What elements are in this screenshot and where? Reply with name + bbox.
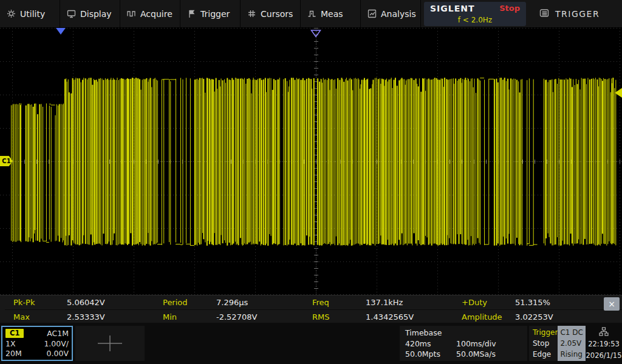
empty-channel-slot[interactable] <box>75 326 145 361</box>
trigger-delay-marker[interactable] <box>310 29 321 40</box>
trigger-level: 2.05V <box>560 339 586 348</box>
timebase-box[interactable]: Timebase 420ms 100ms/div 50.0Mpts 50.0MS… <box>400 326 527 361</box>
meas-icon <box>307 9 316 18</box>
close-measurements-button[interactable]: × <box>604 297 620 311</box>
measurement-value: 7.296µs <box>216 298 248 307</box>
measurement-pkpk: Pk-Pk 5.06042V <box>5 298 154 307</box>
menu-item-trigger-panel[interactable]: TRIGGER <box>526 0 622 27</box>
trigger-level-marker[interactable] <box>615 88 622 98</box>
menu-item-label: Utility <box>20 9 45 19</box>
menu-item-label: Acquire <box>140 9 173 19</box>
trigger-box[interactable]: Trigger Stop Edge C1 DC 2.05V Rising <box>529 326 586 361</box>
menu-item-display[interactable]: Display <box>60 0 120 27</box>
cursors-icon <box>247 9 256 18</box>
trigger-source: C1 DC <box>560 328 586 337</box>
measurement-amplitude: Amplitude 3.02253V <box>453 312 603 322</box>
menu-item-label: Analysis <box>381 9 416 19</box>
channel1-box[interactable]: C1 AC1M 1X 1.00V/ 20M 0.00V <box>1 326 73 361</box>
acquisition-status: Stop <box>499 4 520 13</box>
trigger-status: Stop <box>533 339 558 348</box>
menu-item-label: Meas <box>321 9 343 19</box>
measurement-min: Min -2.52708V <box>154 312 304 322</box>
channel1-coupling: AC1M <box>47 329 69 338</box>
measurement-label: Freq <box>312 298 366 307</box>
clock-box: 22:19:53 2026/1/15 <box>587 326 621 361</box>
measurement-max: Max 2.53333V <box>5 312 154 322</box>
menu-item-analysis[interactable]: Analysis <box>361 0 421 27</box>
menu-item-label: Display <box>80 9 112 19</box>
menu-bar: Utility Display Acquire Trigger Cursors <box>0 0 622 28</box>
brand-logo: SIGLENT <box>430 4 475 13</box>
menu-item-utility[interactable]: Utility <box>0 0 60 27</box>
trigger-position-marker[interactable] <box>56 28 66 35</box>
channel1-offset: 0.00V <box>47 349 69 358</box>
channel1-probe: 1X <box>5 339 16 348</box>
menu-item-meas[interactable]: Meas <box>301 0 361 27</box>
measurement-label: Min <box>163 312 216 322</box>
menu-item-cursors[interactable]: Cursors <box>241 0 301 27</box>
gear-icon <box>7 9 16 18</box>
plus-crosshair-icon <box>97 334 123 352</box>
measurement-label: RMS <box>312 312 366 322</box>
measurement-label: Amplitude <box>462 312 515 322</box>
timebase-samplerate: 50.0MSa/s <box>456 349 496 359</box>
network-icon <box>599 327 609 336</box>
measurement-row: Max 2.53333V Min -2.52708V RMS 1.4342565… <box>5 309 622 323</box>
oscilloscope-screen: Utility Display Acquire Trigger Cursors <box>0 0 622 364</box>
trigger-type: Edge <box>533 350 558 359</box>
trigger-knob-icon <box>539 8 549 19</box>
channel1-scale: 1.00V/ <box>44 339 69 348</box>
status-bar: C1 AC1M 1X 1.00V/ 20M 0.00V Timebase 420… <box>0 323 622 364</box>
acquisition-status-panel[interactable]: SIGLENT Stop f < 2.0Hz <box>424 2 526 26</box>
measurement-value: 5.06042V <box>67 298 105 307</box>
menu-item-label: Trigger <box>200 9 230 19</box>
timebase-delay: 420ms <box>405 339 456 348</box>
menu-item-label: Cursors <box>261 9 293 19</box>
measurement-value: 51.315% <box>515 298 550 307</box>
measurement-value: 3.02253V <box>515 312 553 322</box>
timebase-memory: 50.0Mpts <box>405 349 456 359</box>
acquire-icon <box>127 9 136 18</box>
menu-item-trigger[interactable]: Trigger <box>180 0 241 27</box>
trigger-frequency: f < 2.0Hz <box>430 16 520 24</box>
measurement-value: 2.53333V <box>67 312 105 322</box>
measurement-duty: +Duty 51.315% <box>453 298 603 307</box>
measurement-label: Pk-Pk <box>13 298 67 307</box>
measurement-label: Max <box>13 312 67 322</box>
channel1-chip[interactable]: C1 <box>5 329 24 338</box>
measurement-freq: Freq 137.1kHz <box>304 298 453 307</box>
analysis-icon <box>367 9 377 18</box>
close-icon: × <box>608 299 615 309</box>
trigger-title: Trigger <box>533 328 558 337</box>
display-icon <box>67 9 76 18</box>
waveform-canvas[interactable] <box>0 28 622 295</box>
measurement-row: Pk-Pk 5.06042V Period 7.296µs Freq 137.1… <box>5 295 622 309</box>
menu-item-acquire[interactable]: Acquire <box>120 0 180 27</box>
measurement-label: Period <box>163 298 216 307</box>
measurement-period: Period 7.296µs <box>154 298 304 307</box>
trigger-menu-label: TRIGGER <box>555 9 600 19</box>
timebase-scale: 100ms/div <box>456 339 496 348</box>
clock-time: 22:19:53 <box>588 340 620 348</box>
clock-date: 2026/1/15 <box>586 351 622 360</box>
measurement-value: 137.1kHz <box>366 298 403 307</box>
measurement-rms: RMS 1.4342565V <box>304 312 453 322</box>
channel1-bandwidth: 20M <box>5 349 22 358</box>
trigger-slope: Rising <box>560 350 586 359</box>
measurement-panel: Pk-Pk 5.06042V Period 7.296µs Freq 137.1… <box>0 295 622 323</box>
timebase-title: Timebase <box>405 328 456 337</box>
waveform-display[interactable]: C1 <box>0 28 622 295</box>
measurement-value: -2.52708V <box>216 312 257 322</box>
measurement-value: 1.4342565V <box>366 312 414 322</box>
flag-icon <box>187 9 196 18</box>
measurement-label: +Duty <box>462 298 515 307</box>
